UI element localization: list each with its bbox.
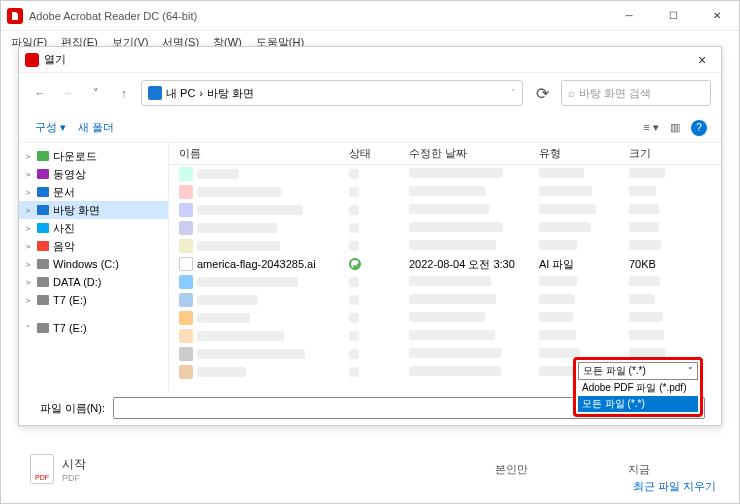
- chevron-icon[interactable]: ˅: [23, 324, 33, 333]
- app-icon: [7, 8, 23, 24]
- file-row[interactable]: [179, 201, 721, 219]
- tree-label: T7 (E:): [53, 322, 87, 334]
- file-row[interactable]: [179, 219, 721, 237]
- back-button[interactable]: ←: [29, 82, 51, 104]
- close-button[interactable]: ✕: [695, 1, 739, 31]
- tree-label: 문서: [53, 185, 75, 200]
- desktop-icon: [36, 204, 50, 216]
- doc-icon: [36, 186, 50, 198]
- tree-item[interactable]: >다운로드: [19, 147, 168, 165]
- filetype-selected: 모든 파일 (*.*): [583, 364, 646, 378]
- tree-item[interactable]: >사진: [19, 219, 168, 237]
- column-date[interactable]: 수정한 날짜: [409, 146, 539, 161]
- path-breadcrumb[interactable]: 내 PC › 바탕 화면 ˅: [141, 80, 523, 106]
- download-icon: [36, 150, 50, 162]
- tree-label: DATA (D:): [53, 276, 101, 288]
- chevron-right-icon: ›: [199, 87, 203, 99]
- chevron-icon[interactable]: >: [23, 152, 33, 161]
- filetype-select[interactable]: 모든 파일 (*.*): [578, 362, 698, 380]
- filetype-highlight: 모든 파일 (*.*) Adobe PDF 파일 (*.pdf) 모든 파일 (…: [573, 357, 703, 417]
- file-type: AI 파일: [539, 257, 629, 272]
- organize-button[interactable]: 구성 ▾: [29, 118, 72, 137]
- file-row[interactable]: [179, 327, 721, 345]
- search-placeholder: 바탕 화면 검색: [579, 86, 651, 101]
- start-label: 시작: [62, 456, 86, 473]
- chevron-icon[interactable]: >: [23, 170, 33, 179]
- drive-icon: [36, 322, 50, 334]
- video-icon: [36, 168, 50, 180]
- chevron-icon[interactable]: >: [23, 188, 33, 197]
- tree-item[interactable]: >T7 (E:): [19, 291, 168, 309]
- maximize-button[interactable]: ☐: [651, 1, 695, 31]
- open-dialog: 열기 × ← → ˅ ↑ 내 PC › 바탕 화면 ˅ ⟳ ⌕ 바탕 화면 검색…: [18, 46, 722, 426]
- tree-label: 음악: [53, 239, 75, 254]
- search-icon: ⌕: [568, 87, 575, 99]
- file-name: america-flag-2043285.ai: [197, 258, 316, 270]
- drive-icon: [36, 258, 50, 270]
- file-date: 2022-08-04 오전 3:30: [409, 257, 539, 272]
- tree-item[interactable]: >음악: [19, 237, 168, 255]
- drive-icon: [36, 294, 50, 306]
- chevron-icon[interactable]: >: [23, 260, 33, 269]
- file-row[interactable]: [179, 165, 721, 183]
- file-row[interactable]: [179, 309, 721, 327]
- chevron-icon[interactable]: >: [23, 278, 33, 287]
- new-folder-button[interactable]: 새 폴더: [72, 118, 120, 137]
- pdf-icon: PDF: [30, 454, 54, 484]
- tree-label: 바탕 화면: [53, 203, 100, 218]
- chevron-down-icon[interactable]: ˅: [258, 88, 516, 98]
- tree-label: Windows (C:): [53, 258, 119, 270]
- now-label: 지금: [628, 462, 650, 477]
- chevron-icon[interactable]: >: [23, 296, 33, 305]
- chevron-icon[interactable]: >: [23, 242, 33, 251]
- path-part[interactable]: 내 PC: [166, 86, 195, 101]
- tree-item[interactable]: >동영상: [19, 165, 168, 183]
- minimize-button[interactable]: ─: [607, 1, 651, 31]
- tree-item[interactable]: >Windows (C:): [19, 255, 168, 273]
- tree-item[interactable]: ˅T7 (E:): [19, 319, 168, 337]
- file-row[interactable]: [179, 291, 721, 309]
- preview-pane-button[interactable]: ▥: [663, 117, 687, 139]
- drive-icon: [36, 276, 50, 288]
- file-row[interactable]: [179, 183, 721, 201]
- column-type[interactable]: 유형: [539, 146, 629, 161]
- tree-item[interactable]: >바탕 화면: [19, 201, 168, 219]
- self-label: 본인만: [495, 462, 528, 477]
- file-row[interactable]: america-flag-2043285.ai2022-08-04 오전 3:3…: [179, 255, 721, 273]
- search-input[interactable]: ⌕ 바탕 화면 검색: [561, 80, 711, 106]
- clear-recent-link[interactable]: 최근 파일 지우기: [633, 479, 716, 494]
- recent-button[interactable]: ˅: [85, 82, 107, 104]
- file-row[interactable]: [179, 237, 721, 255]
- file-row[interactable]: [179, 273, 721, 291]
- path-part[interactable]: 바탕 화면: [207, 86, 254, 101]
- view-mode-button[interactable]: ≡ ▾: [639, 117, 663, 139]
- filetype-option[interactable]: 모든 파일 (*.*): [578, 396, 698, 412]
- tree-label: T7 (E:): [53, 294, 87, 306]
- tree-item[interactable]: >문서: [19, 183, 168, 201]
- pdf-label: PDF: [62, 473, 86, 483]
- pc-icon: [148, 86, 162, 100]
- help-button[interactable]: ?: [687, 117, 711, 139]
- file-size: 70KB: [629, 258, 689, 270]
- forward-button[interactable]: →: [57, 82, 79, 104]
- tree-label: 동영상: [53, 167, 86, 182]
- dialog-close-button[interactable]: ×: [689, 47, 715, 73]
- refresh-button[interactable]: ⟳: [529, 80, 555, 106]
- app-toolbar: PDF 시작 PDF 본인만 지금: [0, 434, 740, 504]
- folder-tree: >다운로드>동영상>문서>바탕 화면>사진>음악>Windows (C:)>DA…: [19, 143, 169, 391]
- music-icon: [36, 240, 50, 252]
- dialog-title: 열기: [44, 52, 689, 67]
- chevron-icon[interactable]: >: [23, 224, 33, 233]
- dialog-icon: [25, 53, 39, 67]
- filetype-option[interactable]: Adobe PDF 파일 (*.pdf): [578, 380, 698, 396]
- window-title: Adobe Acrobat Reader DC (64-bit): [29, 10, 607, 22]
- chevron-icon[interactable]: >: [23, 206, 33, 215]
- column-status[interactable]: 상태: [349, 146, 409, 161]
- column-size[interactable]: 크기: [629, 146, 689, 161]
- column-name[interactable]: 이름: [179, 146, 349, 161]
- filename-label: 파일 이름(N):: [35, 401, 105, 416]
- up-button[interactable]: ↑: [113, 82, 135, 104]
- tree-label: 사진: [53, 221, 75, 236]
- tree-item[interactable]: >DATA (D:): [19, 273, 168, 291]
- status-ok-icon: [349, 258, 361, 270]
